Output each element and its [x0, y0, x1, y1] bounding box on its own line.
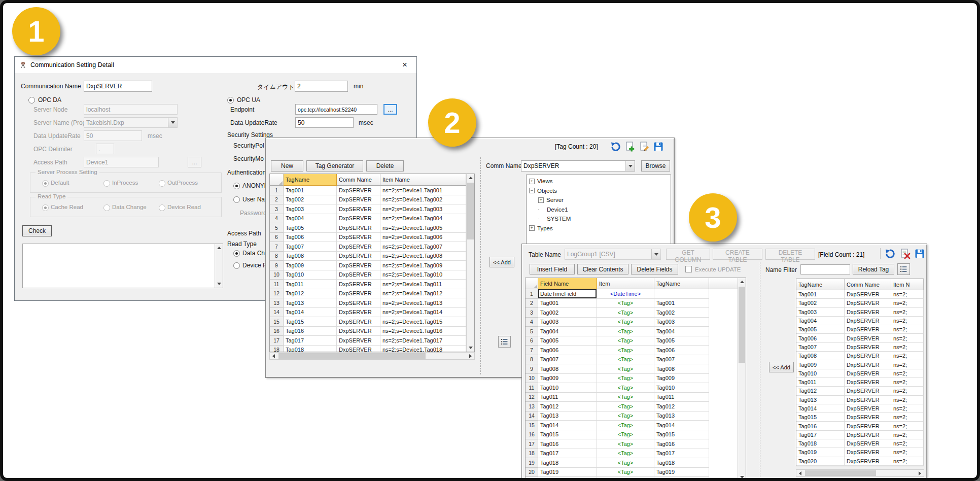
ua-update-rate-input[interactable] — [295, 117, 354, 128]
row-number[interactable]: 17 — [526, 439, 538, 449]
row-number[interactable]: 11 — [270, 280, 284, 289]
grid-horizontal-scrollbar[interactable] — [796, 469, 924, 477]
name-filter-input[interactable] — [800, 264, 850, 274]
row-number[interactable]: 21 — [526, 477, 538, 481]
table-row[interactable]: 10Tag010DxpSERVERns=2;s=Device1.Tag010 — [270, 270, 466, 280]
cell[interactable]: <Tag> — [597, 430, 654, 440]
row-number[interactable]: 16 — [526, 430, 538, 440]
table-row[interactable]: 7Tag007DxpSERVERns=2;s=Device1.Tag007 — [270, 242, 466, 252]
cell[interactable]: Tag009 — [538, 374, 597, 384]
cell[interactable]: ns=2; — [891, 343, 924, 352]
corner-header-cell[interactable] — [526, 278, 538, 289]
chevron-down-icon[interactable] — [651, 249, 660, 259]
table-row[interactable]: Tag007DxpSERVERns=2; — [796, 343, 924, 352]
cell[interactable]: Tag008 — [284, 252, 337, 261]
row-number[interactable]: 4 — [270, 214, 284, 224]
cell[interactable]: Tag010 — [538, 383, 597, 393]
table-row[interactable]: 8Tag008DxpSERVERns=2;s=Device1.Tag008 — [270, 252, 466, 261]
cell[interactable]: Tag012 — [538, 402, 597, 411]
cell[interactable]: <Tag> — [597, 468, 654, 477]
save-icon[interactable] — [652, 141, 664, 153]
cell[interactable]: DxpSERVER — [337, 270, 380, 280]
table-row[interactable]: Tag014DxpSERVERns=2; — [796, 404, 924, 413]
row-number[interactable]: 2 — [526, 299, 538, 308]
row-number[interactable]: 19 — [526, 458, 538, 468]
cell[interactable]: <Tag> — [597, 383, 654, 393]
table-row[interactable]: Tag005DxpSERVERns=2; — [796, 325, 924, 334]
table-row[interactable]: 16Tag016DxpSERVERns=2;s=Device1.Tag016 — [270, 327, 466, 336]
column-header-comm-name[interactable]: Comm Name — [337, 174, 380, 186]
cell[interactable]: DxpSERVER — [845, 325, 891, 334]
tree-item-objects[interactable]: −Objects — [527, 186, 671, 196]
cell[interactable]: DxpSERVER — [337, 346, 380, 352]
access-path-input[interactable] — [84, 157, 159, 167]
row-number[interactable]: 9 — [526, 364, 538, 374]
row-number[interactable]: 5 — [270, 223, 284, 233]
cell[interactable]: ns=2; — [891, 369, 924, 378]
expand-icon[interactable]: + — [529, 179, 535, 184]
cell[interactable]: ns=2;s=Device1.Tag018 — [380, 346, 466, 352]
cell[interactable]: DxpSERVER — [845, 299, 891, 307]
cell[interactable]: Tag002 — [284, 195, 337, 205]
cell[interactable]: ns=2;s=Device1.Tag013 — [380, 298, 466, 308]
row-number[interactable]: 17 — [270, 336, 284, 346]
cell[interactable]: Tag007 — [538, 355, 597, 365]
tree-label[interactable]: SYSTEM — [547, 216, 571, 222]
cell[interactable]: Tag017 — [284, 336, 337, 346]
save-icon[interactable] — [914, 248, 926, 260]
cell[interactable]: DxpSERVER — [845, 378, 891, 387]
cell[interactable] — [654, 289, 709, 299]
grid-body[interactable]: Tag001DxpSERVERns=2;Tag002DxpSERVERns=2;… — [796, 290, 924, 466]
tree-item-server[interactable]: +Server — [527, 195, 671, 205]
dialog-titlebar[interactable]: Communication Setting Detail × — [15, 57, 416, 73]
cache-read-radio[interactable] — [42, 204, 49, 211]
opc-delimiter-input[interactable] — [96, 144, 114, 154]
tree-item-types[interactable]: +Types — [527, 224, 671, 233]
cell[interactable]: Tag018 — [538, 458, 597, 468]
cell[interactable]: Tag002 — [654, 308, 709, 318]
cell[interactable]: ns=2; — [891, 308, 924, 317]
cell[interactable]: DxpSERVER — [337, 327, 380, 336]
tree-label[interactable]: Types — [537, 225, 553, 231]
cell[interactable]: DxpSERVER — [337, 280, 380, 289]
table-row[interactable]: 13Tag013DxpSERVERns=2;s=Device1.Tag013 — [270, 298, 466, 308]
cell[interactable]: DxpSERVER — [337, 298, 380, 308]
cell[interactable]: Tag004 — [796, 317, 845, 325]
corner-header-cell[interactable] — [270, 174, 284, 186]
row-number[interactable]: 18 — [270, 346, 284, 352]
table-row[interactable]: 21Tag020<Tag>Tag020 — [526, 477, 738, 481]
cell[interactable]: DxpSERVER — [845, 290, 891, 299]
column-header-item-name[interactable]: Item Name — [380, 174, 466, 186]
check-button[interactable]: Check — [22, 225, 52, 236]
table-row[interactable]: Tag001DxpSERVERns=2; — [796, 290, 924, 299]
close-button[interactable]: × — [393, 57, 416, 73]
da-update-rate-input[interactable] — [84, 130, 142, 141]
cell[interactable]: DxpSERVER — [337, 252, 380, 261]
row-number[interactable]: 1 — [270, 186, 284, 195]
cell[interactable]: <Tag> — [597, 327, 654, 336]
cell[interactable]: Tag016 — [654, 439, 709, 449]
cell[interactable]: DxpSERVER — [845, 317, 891, 325]
cell[interactable]: Tag010 — [654, 383, 709, 393]
cell[interactable]: DxpSERVER — [845, 404, 891, 413]
cell[interactable]: DxpSERVER — [337, 336, 380, 346]
create-table-button[interactable]: CREATE TABLE — [713, 249, 762, 260]
cell[interactable]: DateTimeField — [538, 289, 597, 299]
column-header-item-name[interactable]: Item N — [891, 279, 924, 290]
cell[interactable]: Tag019 — [654, 468, 709, 477]
cell[interactable]: DxpSERVER — [845, 343, 891, 352]
tree-label[interactable]: Objects — [537, 188, 557, 194]
cell[interactable]: DxpSERVER — [845, 439, 891, 448]
cell[interactable]: Tag001 — [796, 290, 845, 299]
table-row[interactable]: 1DateTimeField<DateTime> — [526, 289, 738, 299]
table-row[interactable]: 16Tag015<Tag>Tag015 — [526, 430, 738, 440]
timeout-input[interactable] — [295, 81, 348, 92]
scroll-up-icon[interactable] — [738, 278, 746, 286]
cell[interactable]: ns=2;s=Device1.Tag015 — [380, 317, 466, 327]
scroll-up-icon[interactable] — [467, 174, 474, 182]
access-path-browse-button[interactable]: ... — [188, 157, 201, 167]
table-row[interactable]: 8Tag007<Tag>Tag007 — [526, 355, 738, 365]
delete-table-button[interactable]: DELETE TABLE — [765, 249, 815, 260]
cell[interactable]: Tag001 — [284, 186, 337, 195]
cell[interactable]: DxpSERVER — [337, 195, 380, 205]
